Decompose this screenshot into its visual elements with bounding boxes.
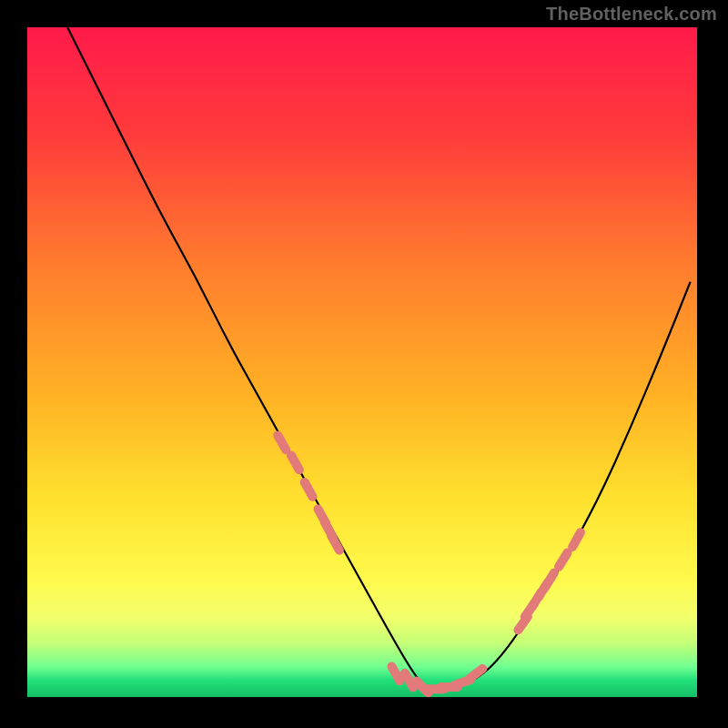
chart-background (27, 27, 697, 697)
chart-stage: TheBottleneck.com (0, 0, 728, 728)
watermark-text: TheBottleneck.com (546, 4, 717, 25)
bottleneck-chart (0, 0, 728, 728)
